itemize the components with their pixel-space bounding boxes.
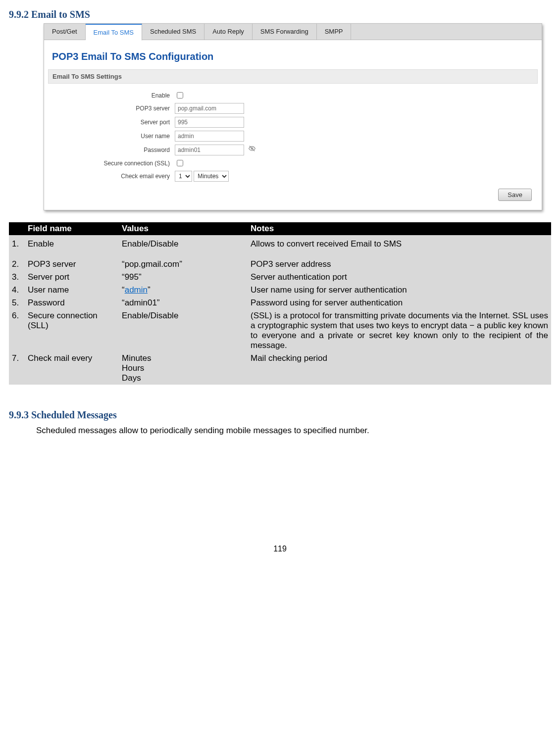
tab-auto-reply[interactable]: Auto Reply	[204, 24, 253, 40]
row-number: 5.	[9, 297, 25, 309]
label-user: User name	[51, 133, 175, 140]
values-cell: Enable/Disable	[119, 235, 248, 258]
th-num	[9, 222, 25, 235]
page-number: 119	[9, 545, 551, 553]
section-heading-email-to-sms: 9.9.2 Email to SMS	[9, 9, 551, 20]
section-number: 9.9.2	[9, 9, 29, 20]
tab-bar: Post/GetEmail To SMSScheduled SMSAuto Re…	[44, 24, 542, 40]
row-pass: Password	[51, 145, 535, 155]
checkbox-ssl[interactable]	[177, 160, 183, 166]
th-values: Values	[119, 222, 248, 235]
tab-smpp[interactable]: SMPP	[317, 24, 352, 40]
values-cell: Enable/Disable	[119, 309, 248, 352]
field-name-cell: Secure connection (SLL)	[25, 309, 119, 352]
section-number: 9.9.3	[9, 409, 29, 420]
notes-cell: User name using for server authenticatio…	[248, 284, 551, 297]
label-pop3: POP3 server	[51, 105, 175, 112]
select-check-num[interactable]: 1	[175, 171, 192, 182]
panel-title: POP3 Email To SMS Configuration	[52, 51, 535, 62]
checkbox-enable[interactable]	[177, 92, 183, 99]
notes-cell: Server authentication port	[248, 271, 551, 284]
notes-cell: Allows to convert received Email to SMS	[248, 235, 551, 258]
input-user-name[interactable]	[175, 131, 244, 142]
row-number: 7.	[9, 352, 25, 385]
input-password[interactable]	[175, 145, 244, 155]
values-cell: “admin01”	[119, 297, 248, 309]
row-ssl: Secure connection (SSL)	[51, 158, 535, 168]
scheduled-messages-paragraph: Scheduled messages allow to periodically…	[36, 426, 551, 436]
field-description-table: Field name Values Notes 1.EnableEnable/D…	[9, 222, 551, 385]
save-button[interactable]: Save	[498, 189, 532, 201]
row-number: 3.	[9, 271, 25, 284]
notes-cell: Mail checking period	[248, 352, 551, 385]
th-field: Field name	[25, 222, 119, 235]
label-enable: Enable	[51, 92, 175, 99]
section-heading-scheduled-messages: 9.9.3 Scheduled Messages	[9, 409, 551, 421]
label-pass: Password	[51, 147, 175, 153]
eye-icon[interactable]	[249, 145, 255, 153]
field-name-cell: Check mail every	[25, 352, 119, 385]
label-check-every: Check email every	[51, 173, 175, 180]
row-number: 2.	[9, 258, 25, 271]
row-port: Server port	[51, 117, 535, 128]
field-name-cell: POP3 server	[25, 258, 119, 271]
select-check-unit[interactable]: Minutes	[194, 171, 229, 182]
row-pop3: POP3 server	[51, 103, 535, 114]
tab-scheduled-sms[interactable]: Scheduled SMS	[142, 24, 204, 40]
values-cell: “admin”	[119, 284, 248, 297]
notes-cell: POP3 server address	[248, 258, 551, 271]
field-name-cell: User name	[25, 284, 119, 297]
tab-post-get[interactable]: Post/Get	[44, 24, 86, 40]
values-cell: “pop.gmail.com”	[119, 258, 248, 271]
label-ssl: Secure connection (SSL)	[51, 160, 175, 167]
values-cell: Minutes Hours Days	[119, 352, 248, 385]
section-title: Scheduled Messages	[31, 409, 117, 420]
notes-cell: (SSL) is a protocol for transmitting pri…	[248, 309, 551, 352]
field-name-cell: Server port	[25, 271, 119, 284]
row-number: 6.	[9, 309, 25, 352]
th-notes: Notes	[248, 222, 551, 235]
tab-email-to-sms[interactable]: Email To SMS	[86, 24, 142, 41]
tab-sms-forwarding[interactable]: SMS Forwarding	[253, 24, 317, 40]
values-cell: “995”	[119, 271, 248, 284]
row-number: 1.	[9, 235, 25, 258]
notes-cell: Password using for server authentication	[248, 297, 551, 309]
field-name-cell: Password	[25, 297, 119, 309]
input-pop3-server[interactable]	[175, 103, 244, 114]
row-number: 4.	[9, 284, 25, 297]
input-server-port[interactable]	[175, 117, 244, 128]
section-title: Email to SMS	[31, 9, 90, 20]
settings-section-header: Email To SMS Settings	[48, 69, 538, 84]
screenshot-panel: Post/GetEmail To SMSScheduled SMSAuto Re…	[44, 23, 542, 210]
value-link[interactable]: admin	[125, 285, 148, 295]
row-enable: Enable	[51, 91, 535, 100]
row-user: User name	[51, 131, 535, 142]
field-name-cell: Enable	[25, 235, 119, 258]
label-port: Server port	[51, 119, 175, 126]
row-check-every: Check email every 1 Minutes	[51, 171, 535, 182]
